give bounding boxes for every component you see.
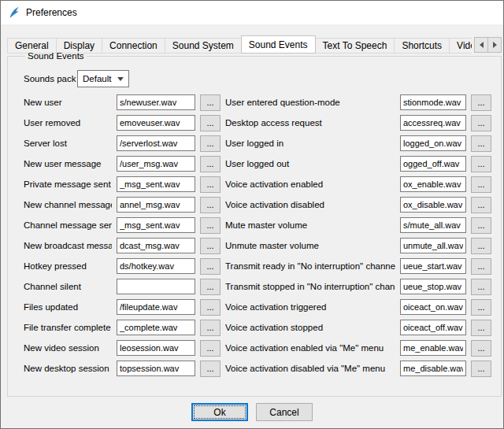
browse-button[interactable]: ... <box>471 340 491 357</box>
sound-file-input[interactable] <box>400 299 466 315</box>
browse-button[interactable]: ... <box>471 217 491 234</box>
sound-event-row: Hotkey pressed ... Transmit ready in "No… <box>24 256 491 276</box>
browse-button[interactable]: ... <box>200 156 220 172</box>
browse-button[interactable]: ... <box>471 197 491 213</box>
sound-file-input[interactable] <box>400 94 466 110</box>
sound-event-label: Private message sent <box>24 179 112 189</box>
browse-button[interactable]: ... <box>200 197 220 213</box>
sound-file-input[interactable] <box>400 176 466 192</box>
sound-file-input[interactable] <box>117 299 195 315</box>
sound-event-label: Desktop access request <box>225 118 395 128</box>
tab-scroll-right-button[interactable] <box>487 37 502 53</box>
browse-button[interactable]: ... <box>200 176 220 193</box>
sound-file-input[interactable] <box>117 135 195 151</box>
arrow-right-icon <box>493 42 497 48</box>
browse-button[interactable]: ... <box>471 156 491 172</box>
sound-file-input[interactable] <box>117 197 195 213</box>
sound-file-input[interactable] <box>400 217 466 233</box>
browse-button[interactable]: ... <box>471 258 491 275</box>
sound-event-label: Voice activation enabled <box>225 179 395 189</box>
browse-button[interactable]: ... <box>200 361 220 377</box>
sound-event-label: User removed <box>24 118 112 128</box>
sound-file-input[interactable] <box>117 361 195 376</box>
sound-events-rows: New user ... User entered question-mode … <box>24 92 491 379</box>
sound-event-row: New broadcast message ... Unmute master … <box>24 235 491 256</box>
sound-event-row: File transfer complete ... Voice activat… <box>24 317 491 338</box>
tab-scroll-left-button[interactable] <box>474 37 488 53</box>
browse-button[interactable]: ... <box>471 135 491 152</box>
sound-file-input[interactable] <box>400 258 466 274</box>
sound-event-row: New user message ... User logged out ... <box>24 153 491 174</box>
browse-button[interactable]: ... <box>471 320 491 336</box>
browse-button[interactable]: ... <box>471 94 491 111</box>
sound-file-input[interactable] <box>400 320 466 335</box>
groupbox-title: Sound Events <box>25 51 87 61</box>
browse-button[interactable]: ... <box>471 176 491 193</box>
sound-file-input[interactable] <box>400 135 466 151</box>
sound-file-input[interactable] <box>117 258 195 274</box>
sound-file-input[interactable] <box>117 320 195 335</box>
browse-button[interactable]: ... <box>200 135 220 152</box>
sound-file-input[interactable] <box>400 340 466 356</box>
sound-event-row: Files updated ... Voice activation trigg… <box>24 297 491 317</box>
browse-button[interactable]: ... <box>471 238 491 254</box>
browse-button[interactable]: ... <box>200 258 220 275</box>
sound-event-label: Files updated <box>24 302 112 312</box>
cancel-button[interactable]: Cancel <box>256 403 313 421</box>
window-title: Preferences <box>26 7 77 18</box>
tab-sound-events[interactable]: Sound Events <box>241 35 316 54</box>
sound-event-label: New broadcast message <box>24 241 112 250</box>
chevron-down-icon <box>117 77 124 81</box>
browse-button[interactable]: ... <box>200 238 220 254</box>
sound-file-input[interactable] <box>400 238 466 253</box>
sound-file-input[interactable] <box>400 197 466 213</box>
sound-event-label: Mute master volume <box>225 220 395 230</box>
sound-file-input[interactable] <box>117 279 195 294</box>
sound-event-label: User logged out <box>225 159 395 168</box>
sound-event-label: User entered question-mode <box>225 98 395 107</box>
sound-file-input[interactable] <box>117 340 195 356</box>
sound-event-row: New channel message ... Voice activation… <box>24 194 491 215</box>
sound-event-row: New video session ... Voice activation e… <box>24 338 491 358</box>
sound-file-input[interactable] <box>117 176 195 192</box>
sound-event-row: New user ... User entered question-mode … <box>24 92 491 113</box>
sound-file-input[interactable] <box>117 238 195 253</box>
sounds-pack-select[interactable]: Default <box>77 70 129 87</box>
sound-event-row: Private message sent ... Voice activatio… <box>24 174 491 194</box>
sound-file-input[interactable] <box>400 115 466 131</box>
ok-button[interactable]: Ok <box>191 403 248 421</box>
sound-event-label: Voice activation stopped <box>225 323 395 332</box>
browse-button[interactable]: ... <box>471 361 491 377</box>
sound-event-label: Channel message sent <box>24 220 112 230</box>
sound-event-label: New user message <box>24 159 112 168</box>
sound-event-label: Transmit ready in "No interruption" chan… <box>225 261 395 271</box>
sound-file-input[interactable] <box>400 156 466 172</box>
browse-button[interactable]: ... <box>200 115 220 131</box>
browse-button[interactable]: ... <box>200 340 220 357</box>
sound-event-label: File transfer complete <box>24 323 112 332</box>
browse-button[interactable]: ... <box>200 94 220 111</box>
browse-button[interactable]: ... <box>471 279 491 295</box>
browse-button[interactable]: ... <box>200 299 220 316</box>
sounds-pack-value: Default <box>83 74 114 83</box>
browse-button[interactable]: ... <box>471 299 491 316</box>
sound-file-input[interactable] <box>117 156 195 172</box>
sound-event-label: Voice activation triggered <box>225 302 395 312</box>
browse-button[interactable]: ... <box>200 217 220 234</box>
sound-event-row: New desktop session ... Voice activation… <box>24 358 491 379</box>
sound-file-input[interactable] <box>117 94 195 110</box>
browse-button[interactable]: ... <box>200 320 220 336</box>
sound-file-input[interactable] <box>117 115 195 131</box>
preferences-dialog: Preferences General Display Connection S… <box>0 0 504 429</box>
browse-button[interactable]: ... <box>471 115 491 131</box>
browse-button[interactable]: ... <box>200 279 220 295</box>
sound-file-input[interactable] <box>400 361 466 376</box>
dialog-footer: Ok Cancel <box>1 403 503 421</box>
sound-event-label: Server lost <box>24 139 112 148</box>
sound-event-label: New desktop session <box>24 364 112 373</box>
sound-file-input[interactable] <box>117 217 195 233</box>
sound-event-label: Hotkey pressed <box>24 261 112 271</box>
sound-file-input[interactable] <box>400 279 466 294</box>
sound-event-label: New video session <box>24 343 112 353</box>
sound-event-label: New user <box>24 98 112 107</box>
